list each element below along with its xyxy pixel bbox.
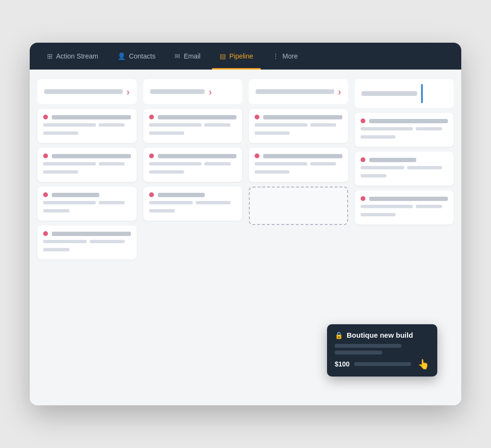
nav-action-stream[interactable]: ⊞ Action Stream [39,43,106,70]
nav-contacts[interactable]: 👤 Contacts [110,43,163,70]
kanban-card[interactable] [143,148,243,182]
kanban-card[interactable] [37,225,137,259]
tooltip-title: Boutique new build [347,331,413,339]
card-line [43,201,96,204]
card-status-dot [149,115,154,119]
card-line [43,209,70,212]
card-title-bar [369,158,417,162]
cursor-icon: 👆 [418,358,430,370]
email-icon: ✉ [175,52,180,60]
card-line [361,135,396,139]
kanban-column-3: › [249,79,348,259]
card-status-dot [361,157,365,162]
more-label: More [282,52,298,60]
action-stream-label: Action Stream [56,52,98,60]
card-line [43,131,78,135]
stage-title-2 [150,89,205,94]
card-status-dot [361,118,365,123]
kanban-card[interactable] [143,187,243,221]
card-status-dot [43,192,48,197]
drag-placeholder [249,187,348,225]
kanban-card[interactable] [355,113,454,147]
card-line [361,205,413,208]
card-title-bar [158,115,237,119]
card-status-dot [43,115,48,119]
card-line [204,162,231,165]
stage-title-4 [362,91,418,96]
kanban-column-2: › [143,79,243,259]
email-label: Email [184,52,200,60]
card-line [99,162,125,165]
stage-header-3: › [249,79,348,104]
card-line [361,127,413,130]
action-stream-icon: ⊞ [47,52,53,60]
stage-title-3 [256,89,334,94]
chevron-icon-1: › [127,86,130,97]
card-line [361,166,404,169]
stage-title-1 [44,89,123,94]
kanban-board: › [37,79,454,259]
card-line [43,170,78,174]
card-line [149,209,175,212]
tooltip-footer: $100 👆 [335,358,430,370]
card-title-bar [263,154,342,158]
card-title-bar [52,193,99,197]
stage-header-1: › [37,79,137,104]
card-line [255,123,307,127]
stage-active-indicator [421,84,423,103]
card-line [196,201,231,204]
card-line [149,162,202,165]
card-title-bar [52,232,131,236]
card-line [407,166,442,169]
card-title-bar [369,119,448,123]
card-title-bar [158,154,237,158]
card-title-bar [158,193,205,197]
chevron-icon-3: › [338,86,341,97]
card-title-bar [263,115,342,119]
nav-bar: ⊞ Action Stream 👤 Contacts ✉ Email ▤ Pip… [30,43,461,70]
drag-tooltip-card: 🔒 Boutique new build $100 👆 [327,324,437,377]
nav-email[interactable]: ✉ Email [167,43,208,70]
tooltip-progress-bar [354,362,411,366]
card-status-dot [255,115,259,119]
card-line [43,123,96,127]
card-status-dot [361,196,365,201]
nav-more[interactable]: ⋮ More [265,43,305,70]
card-title-bar [369,197,448,201]
kanban-card[interactable] [249,109,348,143]
card-line [361,213,396,216]
kanban-card[interactable] [355,152,454,186]
card-status-dot [149,153,154,158]
tooltip-lock-icon: 🔒 [335,331,343,339]
contacts-label: Contacts [129,52,155,60]
kanban-card[interactable] [37,109,137,143]
content-area: › [30,70,461,405]
card-title-bar [52,154,131,158]
card-line [99,123,125,127]
card-line [361,174,387,177]
app-window: ⊞ Action Stream 👤 Contacts ✉ Email ▤ Pip… [30,43,461,405]
stage-header-2: › [143,79,243,104]
kanban-card[interactable] [37,187,137,221]
pipeline-icon: ▤ [220,52,226,60]
card-line [149,131,184,135]
kanban-card[interactable] [143,109,243,143]
kanban-card[interactable] [249,148,348,182]
nav-pipeline[interactable]: ▤ Pipeline [212,43,261,70]
card-line [310,162,337,165]
card-line [43,240,87,243]
stage-header-4 [355,79,454,108]
card-line [255,170,290,174]
tooltip-line-1 [335,344,401,348]
card-title-bar [52,115,131,119]
kanban-card[interactable] [37,148,137,182]
card-status-dot [43,153,48,158]
card-status-dot [255,153,259,158]
kanban-card[interactable] [355,190,454,224]
card-line [43,248,70,251]
chevron-icon-2: › [209,86,212,97]
card-line [255,162,307,165]
card-line [255,131,290,135]
kanban-column-4 [355,79,454,259]
card-status-dot [43,231,48,236]
